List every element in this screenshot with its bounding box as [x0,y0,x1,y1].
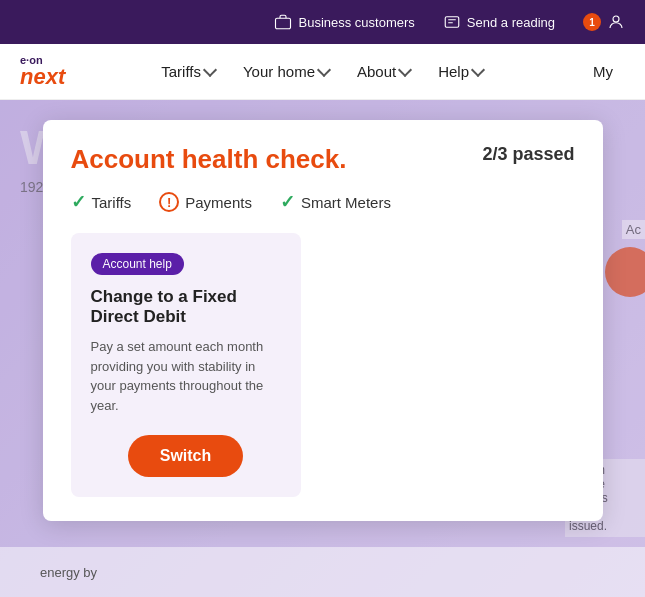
notification-badge: 1 [583,13,601,31]
logo[interactable]: e·on next [20,55,65,88]
check-pass-icon-tariffs: ✓ [71,191,86,213]
modal-title: Account health check. [71,144,347,175]
modal-header: Account health check. 2/3 passed [71,144,575,175]
about-chevron-icon [398,63,412,77]
check-pass-icon-smart-meters: ✓ [280,191,295,213]
switch-button[interactable]: Switch [128,435,244,477]
business-customers-link[interactable]: Business customers [274,13,414,31]
svg-rect-0 [276,18,291,29]
notifications-button[interactable]: 1 [583,13,625,31]
check-smart-meters: ✓ Smart Meters [280,191,391,213]
nav-tariffs[interactable]: Tariffs [149,57,227,86]
svg-rect-1 [445,17,459,28]
business-customers-label: Business customers [298,15,414,30]
bottom-partial-content: energy by [0,547,645,597]
send-reading-link[interactable]: Send a reading [443,13,555,31]
briefcase-icon [274,13,292,31]
check-payments: ! Payments [159,192,252,212]
account-icon [607,13,625,31]
card-description: Pay a set amount each month providing yo… [91,337,281,415]
card-badge: Account help [91,253,184,275]
send-reading-label: Send a reading [467,15,555,30]
check-tariffs-label: Tariffs [92,194,132,211]
nav-bar: e·on next Tariffs Your home About Help M… [0,44,645,100]
your-home-chevron-icon [317,63,331,77]
modal-checks: ✓ Tariffs ! Payments ✓ Smart Meters [71,191,575,213]
logo-next: next [20,66,65,88]
overlay: Account health check. 2/3 passed ✓ Tarif… [0,100,645,597]
check-payments-label: Payments [185,194,252,211]
check-warn-icon-payments: ! [159,192,179,212]
meter-icon [443,13,461,31]
tariffs-chevron-icon [203,63,217,77]
account-help-card: Account help Change to a Fixed Direct De… [71,233,301,497]
top-bar: Business customers Send a reading 1 [0,0,645,44]
svg-point-2 [613,16,619,22]
health-check-modal: Account health check. 2/3 passed ✓ Tarif… [43,120,603,521]
check-smart-meters-label: Smart Meters [301,194,391,211]
nav-your-home[interactable]: Your home [231,57,341,86]
bottom-text: energy by [40,565,97,580]
nav-help[interactable]: Help [426,57,495,86]
modal-score: 2/3 passed [482,144,574,165]
nav-about[interactable]: About [345,57,422,86]
help-chevron-icon [471,63,485,77]
card-title: Change to a Fixed Direct Debit [91,287,281,327]
nav-my[interactable]: My [581,57,625,86]
check-tariffs: ✓ Tariffs [71,191,132,213]
